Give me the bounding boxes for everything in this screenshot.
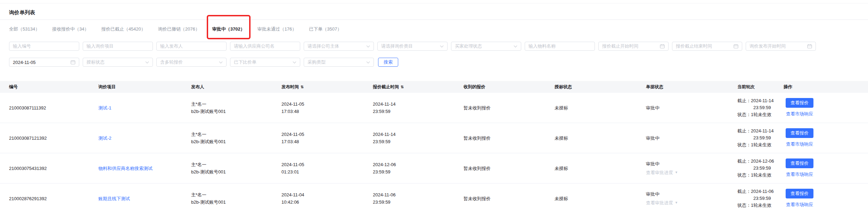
sort-icon[interactable]: ⇅ xyxy=(301,85,304,89)
col-actions: 操作 xyxy=(784,84,859,90)
quote-deadline-end-date-text: 报价截止结束时间 xyxy=(676,43,734,49)
material-name-input[interactable]: 输入物料名称 xyxy=(525,42,595,51)
view-quote-button[interactable]: 查看报价 xyxy=(786,128,813,138)
supplier-company-input-text: 请输入供应商公司名 xyxy=(234,43,296,49)
publish-date: 2024-11-05 xyxy=(281,161,373,168)
tab-ordered[interactable]: 已下单（3507） xyxy=(309,26,342,32)
project-link[interactable]: 测试-1 xyxy=(98,105,112,111)
cell-publish-time: 2024-11-0410:42:06 xyxy=(281,191,373,206)
deadline-clock: 23:59:59 xyxy=(373,168,464,176)
view-quote-button[interactable]: 查看报价 xyxy=(786,158,813,168)
quote-deadline-end-date[interactable]: 报价截止结束时间 xyxy=(672,42,742,51)
publisher-account: b2b-测试账号001 xyxy=(191,168,281,176)
quote-deadline-start-date[interactable]: 报价截止开始时间 xyxy=(598,42,669,51)
inquiry-project-input-text: 输入询价项目 xyxy=(87,43,149,49)
tab-approval-rejected[interactable]: 审批未通过（176） xyxy=(257,26,297,32)
col-received-quotes: 收到的报价 xyxy=(464,84,555,90)
col-publisher: 发布人 xyxy=(191,84,281,90)
sort-icon[interactable]: ⇅ xyxy=(401,85,404,89)
supplier-company-input[interactable]: 请输入供应商公司名 xyxy=(230,42,300,51)
tab-approving[interactable]: 审批中（3702） xyxy=(212,26,245,32)
table-row: 210003075431392物料和供应商名称搜索测试主*名一b2b-测试账号0… xyxy=(0,153,868,184)
search-button[interactable]: 搜索 xyxy=(378,58,398,67)
publisher-input[interactable]: 输入发布人 xyxy=(156,42,227,51)
publisher-name: 主*名一 xyxy=(191,100,281,108)
purchase-type-select[interactable]: 采购类型 xyxy=(304,58,374,67)
view-market-response-link[interactable]: 查看市场响应 xyxy=(786,140,813,148)
actions-label: 操作 xyxy=(784,84,792,90)
status-tab-bar: 全部（53134）接收报价中（34）报价已截止（45420）询价已撤销（2076… xyxy=(0,20,868,32)
tab-inquiry-cancelled[interactable]: 询价已撤销（2076） xyxy=(158,26,200,32)
cell-inquiry-project: 测试-1 xyxy=(98,104,191,112)
publish-clock: 17:03:48 xyxy=(281,108,373,115)
publisher-input-text: 输入发布人 xyxy=(160,43,223,49)
round-deadline-date: 截止：2024-11-14 xyxy=(737,128,784,134)
publish-date: 2024-11-04 xyxy=(281,191,373,198)
buyer-status-select[interactable]: 买家处理状态 xyxy=(451,42,521,51)
col-order-no: 编号 xyxy=(9,84,98,90)
material-name-input-text: 输入物料名称 xyxy=(529,43,591,49)
inquiry-publish-start-date[interactable]: 询价发布开始时间 xyxy=(746,42,816,51)
page-title: 询价单列表 xyxy=(0,3,868,16)
cell-doc-status: 审批中查看审批进度▼ xyxy=(646,190,737,206)
view-quote-button[interactable]: 查看报价 xyxy=(786,98,813,108)
cell-doc-status: 审批中查看审批进度▼ xyxy=(646,160,737,176)
deadline-date: 2024-12-06 xyxy=(373,161,464,168)
tab-all[interactable]: 全部（53134） xyxy=(9,26,40,32)
publish-clock: 10:42:06 xyxy=(281,198,373,206)
inquiry-publish-end-date[interactable]: 2024-11-05 xyxy=(9,58,79,67)
round-deadline-time: 23:59:59 xyxy=(737,134,784,141)
publisher-account: b2b-测试账号001 xyxy=(191,138,281,145)
inquiry-project-label: 询价项目 xyxy=(98,84,116,90)
deadline-clock: 23:59:59 xyxy=(373,198,464,206)
inquiry-project-input[interactable]: 输入询价项目 xyxy=(83,42,153,51)
view-market-response-link[interactable]: 查看市场响应 xyxy=(786,110,813,117)
approval-progress-link[interactable]: 查看审批进度▼ xyxy=(646,169,737,176)
view-market-response-link[interactable]: 查看市场响应 xyxy=(786,171,813,178)
cell-award-status: 未授标 xyxy=(555,104,646,112)
table-header-row: 编号询价项目发布人发布时间⇅报价截止时间⇅收到的报价授标状态单据状态当前轮次操作 xyxy=(0,81,868,93)
company-entity-select-text: 请选择公司主体 xyxy=(308,43,366,49)
deadline-clock: 23:59:59 xyxy=(373,108,464,115)
table-row: 210003087121392测试-2主*名一b2b-测试账号0012024-1… xyxy=(0,123,868,153)
award-status-select[interactable]: 授标状态 xyxy=(83,58,153,67)
multi-round-quote-select[interactable]: 含多轮报价 xyxy=(156,58,227,67)
project-link[interactable]: 物料和供应商名称搜索测试 xyxy=(98,166,153,171)
view-market-response-link[interactable]: 查看市场响应 xyxy=(786,201,813,208)
doc-status-text: 审批中 xyxy=(646,104,737,112)
approval-progress-link[interactable]: 查看审批进度▼ xyxy=(646,199,737,206)
current-round-label: 当前轮次 xyxy=(737,84,755,90)
round-status: 状态：1轮未生效 xyxy=(737,172,784,179)
inquiry-publish-end-date-text: 2024-11-05 xyxy=(13,60,71,65)
tab-quote-closed[interactable]: 报价已截止（45420） xyxy=(101,26,146,32)
doc-status-text: 审批中 xyxy=(646,190,737,198)
round-deadline-time: 23:59:59 xyxy=(737,195,784,202)
publisher-name: 主*名一 xyxy=(191,161,281,168)
buyer-status-select-text: 买家处理状态 xyxy=(455,43,513,49)
cell-publish-time: 2024-11-0501:23:01 xyxy=(281,161,373,176)
round-deadline-date: 截止：2024-11-06 xyxy=(737,188,784,195)
cell-order-no: 210003087121392 xyxy=(9,134,98,142)
cell-doc-status: 审批中 xyxy=(646,134,737,142)
publish-date: 2024-11-05 xyxy=(281,131,373,138)
cell-quote-deadline: 2024-11-0623:59:59 xyxy=(373,191,464,206)
cell-award-status: 未授标 xyxy=(555,165,646,172)
project-link[interactable]: 测试-2 xyxy=(98,136,112,141)
round-deadline-date: 截止：2024-11-14 xyxy=(737,97,784,104)
view-quote-button[interactable]: 查看报价 xyxy=(786,189,813,198)
col-award-status: 授标状态 xyxy=(555,84,646,90)
quote-deadline-start-date-text: 报价截止开始时间 xyxy=(602,43,660,49)
chevron-down-icon xyxy=(219,60,223,64)
compare-order-select-text: 已下比价单 xyxy=(234,59,292,65)
tab-receiving-quotes[interactable]: 接收报价中（34） xyxy=(52,26,89,32)
col-inquiry-project: 询价项目 xyxy=(98,84,191,90)
cell-publish-time: 2024-11-0517:03:48 xyxy=(281,100,373,115)
inquiry-category-select[interactable]: 请选择询价类目 xyxy=(377,42,448,51)
col-publish-time: 发布时间⇅ xyxy=(281,84,373,90)
cell-publisher: 主*名一b2b-测试账号001 xyxy=(191,100,281,115)
compare-order-select[interactable]: 已下比价单 xyxy=(230,58,300,67)
order-no-input[interactable]: 输入编号 xyxy=(9,42,79,51)
cell-inquiry-project: 账期且线下测试 xyxy=(98,195,191,202)
company-entity-select[interactable]: 请选择公司主体 xyxy=(304,42,374,51)
project-link[interactable]: 账期且线下测试 xyxy=(98,196,130,201)
